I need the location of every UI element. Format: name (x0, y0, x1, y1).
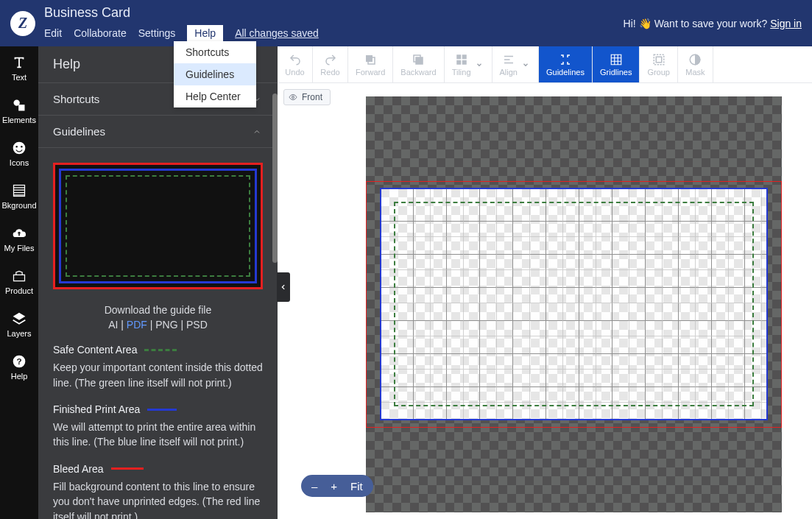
svg-rect-11 (416, 57, 423, 64)
download-caption: Download the guide file (53, 304, 263, 316)
forward-button[interactable]: Forward (348, 46, 393, 82)
format-ai[interactable]: AI (108, 319, 118, 331)
side-selector[interactable]: Front (283, 89, 331, 105)
tool-myfiles[interactable]: My Files (0, 217, 38, 260)
card-surface[interactable] (381, 188, 767, 420)
svg-text:?: ? (16, 356, 21, 366)
tool-help[interactable]: ? Help (0, 345, 38, 388)
guidelines-icon (559, 53, 572, 66)
svg-rect-14 (456, 60, 461, 64)
legend-safe: Safe Content Area Keep your important co… (53, 342, 263, 390)
gridlines-button[interactable]: Gridlines (593, 46, 640, 82)
tool-background-label: Bkground (1, 201, 36, 210)
tool-product-label: Product (5, 286, 33, 295)
bleed-line (366, 181, 782, 428)
tool-product[interactable]: Product (0, 260, 38, 303)
eye-icon (289, 93, 297, 102)
section-guidelines-label: Guidelines (53, 125, 105, 138)
panel-scrollbar[interactable] (272, 93, 278, 263)
svg-rect-17 (656, 57, 662, 63)
undo-button[interactable]: Undo (278, 46, 313, 82)
zoom-controls: – + Fit (301, 475, 373, 497)
svg-rect-13 (462, 54, 466, 59)
chevron-up-icon (251, 126, 263, 138)
zoom-in-button[interactable]: + (331, 480, 337, 492)
legend-safe-body: Keep your important content inside this … (53, 360, 263, 390)
dropdown-help-center[interactable]: Help Center (174, 85, 256, 107)
autosave-status[interactable]: All changes saved (235, 27, 319, 39)
swatch-finished-icon (147, 409, 177, 411)
guidelines-button[interactable]: Guidelines (539, 46, 593, 82)
tool-text-label: Text (12, 73, 27, 82)
svg-rect-16 (654, 54, 664, 65)
redo-icon (324, 53, 337, 66)
group-button[interactable]: Group (640, 46, 678, 82)
tool-help-label: Help (11, 372, 28, 381)
elements-icon (10, 96, 28, 114)
legend-finished-body: We will attempt to print the entire area… (53, 420, 263, 450)
background-icon (10, 182, 28, 200)
tiling-button[interactable]: Tiling (445, 46, 493, 82)
legend-bleed-title: Bleed Area (53, 462, 104, 476)
sign-in-link[interactable]: Sign in (770, 18, 802, 29)
mask-button[interactable]: Mask (678, 46, 713, 82)
legend-bleed: Bleed Area Fill background content to th… (53, 462, 263, 519)
svg-point-4 (21, 146, 23, 148)
menu-collaborate[interactable]: Collaborate (74, 27, 127, 39)
svg-rect-8 (366, 55, 373, 62)
guideline-preview (53, 163, 263, 289)
swatch-bleed-icon (111, 467, 144, 470)
format-png[interactable]: PNG (155, 319, 177, 331)
swatch-safe-icon (144, 349, 177, 351)
section-guidelines[interactable]: Guidelines (38, 116, 278, 148)
preview-safe-line (66, 175, 250, 277)
tool-elements[interactable]: Elements (0, 89, 38, 132)
menu-settings[interactable]: Settings (138, 27, 176, 39)
tool-text[interactable]: Text (0, 46, 38, 89)
tool-background[interactable]: Bkground (0, 174, 38, 217)
chevron-down-icon[interactable] (520, 61, 531, 68)
format-pdf[interactable]: PDF (127, 319, 147, 331)
zoom-fit-button[interactable]: Fit (350, 480, 363, 492)
brand-logo[interactable]: Z (10, 11, 35, 36)
icons-icon (10, 139, 28, 157)
greeting-text: Hi! (624, 18, 636, 29)
canvas-area[interactable]: Front – + Fit (278, 83, 812, 519)
format-psd[interactable]: PSD (186, 319, 208, 331)
align-button[interactable]: Align (493, 46, 539, 82)
collapse-panel-button[interactable] (277, 272, 290, 302)
dropdown-shortcuts[interactable]: Shortcuts (174, 41, 256, 63)
send-backward-icon (412, 53, 425, 66)
zoom-out-button[interactable]: – (311, 480, 317, 492)
backward-button[interactable]: Backward (393, 46, 444, 82)
dropdown-guidelines[interactable]: Guidelines (174, 63, 256, 85)
mask-icon (688, 53, 702, 66)
group-icon (652, 53, 666, 66)
app-header: Z Business Card Edit Collaborate Setting… (0, 0, 812, 46)
svg-rect-15 (462, 60, 466, 64)
menu-help[interactable]: Help (187, 25, 223, 41)
grid-overlay (381, 188, 767, 420)
align-icon (502, 53, 515, 66)
legend-finished: Finished Print Area We will attempt to p… (53, 402, 263, 450)
left-toolbar: Text Elements Icons Bkground My Files Pr… (0, 46, 38, 519)
tool-layers[interactable]: Layers (0, 303, 38, 345)
layers-icon (10, 310, 28, 328)
workspace: Undo Redo Forward Backward Tiling Align (278, 46, 812, 519)
chevron-down-icon[interactable] (474, 61, 484, 68)
redo-button[interactable]: Redo (313, 46, 348, 82)
tool-myfiles-label: My Files (4, 244, 35, 253)
product-icon (10, 267, 28, 285)
section-shortcuts-label: Shortcuts (53, 93, 99, 105)
legend-finished-title: Finished Print Area (53, 402, 140, 417)
menu-edit[interactable]: Edit (44, 27, 62, 39)
tiling-icon (455, 53, 468, 66)
design-canvas[interactable] (366, 96, 782, 512)
tool-layers-label: Layers (7, 329, 31, 338)
tool-elements-label: Elements (2, 116, 36, 124)
tool-icons[interactable]: Icons (0, 132, 38, 174)
help-panel: Help Shortcuts Guidelines Download the g… (38, 46, 278, 519)
tool-icons-label: Icons (10, 158, 29, 167)
legend-bleed-body: Fill background content to this line to … (53, 479, 263, 519)
text-icon (10, 54, 28, 71)
